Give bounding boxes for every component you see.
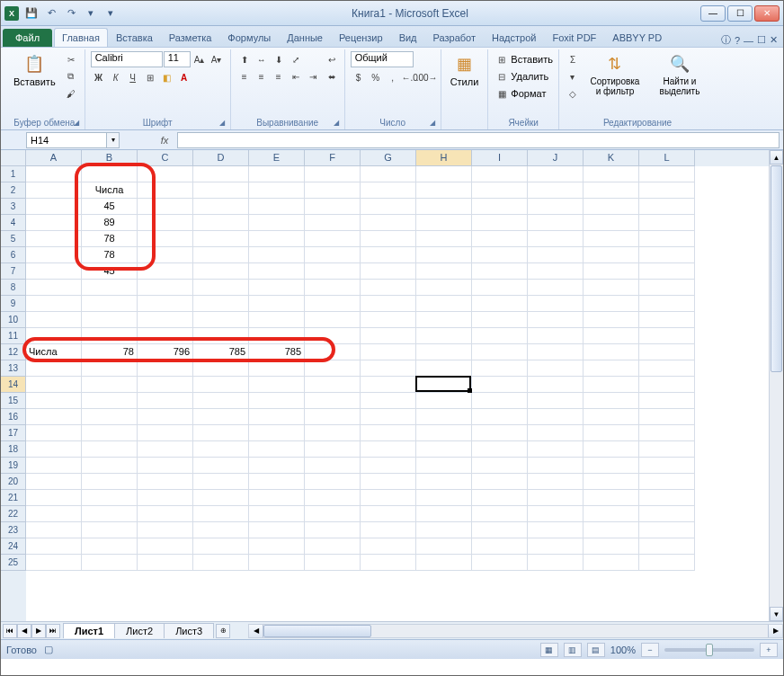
italic-button[interactable]: К xyxy=(108,69,124,85)
tab-рецензир[interactable]: Рецензир xyxy=(331,28,391,47)
cell-I25[interactable] xyxy=(472,555,528,571)
cell-I10[interactable] xyxy=(472,312,528,328)
row-header-5[interactable]: 5 xyxy=(1,231,26,247)
sheet-last-button[interactable]: ⏭ xyxy=(46,624,60,638)
cell-L20[interactable] xyxy=(639,474,695,490)
cell-D2[interactable] xyxy=(193,182,249,199)
cell-A12[interactable]: Числа xyxy=(26,344,82,360)
cell-E2[interactable] xyxy=(249,182,305,199)
cell-J1[interactable] xyxy=(528,166,584,182)
col-header-L[interactable]: L xyxy=(639,150,695,166)
sheet-tab-3[interactable]: Лист3 xyxy=(164,623,214,638)
cell-H12[interactable] xyxy=(416,344,472,360)
cell-I24[interactable] xyxy=(472,538,528,555)
row-header-6[interactable]: 6 xyxy=(1,247,26,263)
cell-K22[interactable] xyxy=(584,506,639,522)
cell-G20[interactable] xyxy=(361,474,416,490)
insert-function-button[interactable]: fx xyxy=(156,135,174,146)
cell-I21[interactable] xyxy=(472,490,528,506)
merge-button[interactable]: ⬌ xyxy=(325,68,339,84)
macro-record-icon[interactable]: ▢ xyxy=(44,644,53,655)
cell-B2[interactable]: Числа xyxy=(82,182,138,199)
cell-L17[interactable] xyxy=(639,425,695,441)
cell-C12[interactable]: 796 xyxy=(138,344,193,360)
scroll-left-button[interactable]: ◀ xyxy=(249,625,263,637)
align-center-button[interactable]: ≡ xyxy=(254,68,270,84)
cell-C14[interactable] xyxy=(138,377,193,393)
cell-D8[interactable] xyxy=(193,280,249,296)
cell-A4[interactable] xyxy=(26,215,82,231)
row-header-8[interactable]: 8 xyxy=(1,280,26,296)
wrap-text-button[interactable]: ↩ xyxy=(325,51,339,67)
increase-indent-button[interactable]: ⇥ xyxy=(305,68,321,84)
cell-L15[interactable] xyxy=(639,393,695,409)
cell-G6[interactable] xyxy=(361,247,416,263)
cell-H18[interactable] xyxy=(416,441,472,458)
cell-F1[interactable] xyxy=(305,166,361,182)
cell-A13[interactable] xyxy=(26,360,82,377)
cell-A9[interactable] xyxy=(26,296,82,312)
cell-I11[interactable] xyxy=(472,328,528,344)
cell-J8[interactable] xyxy=(528,280,584,296)
number-format-select[interactable]: Общий xyxy=(351,51,414,67)
cell-K5[interactable] xyxy=(584,231,639,247)
tab-abbyy pd[interactable]: ABBYY PD xyxy=(604,28,670,47)
cell-L19[interactable] xyxy=(639,458,695,474)
cell-L18[interactable] xyxy=(639,441,695,458)
cell-C2[interactable] xyxy=(138,182,193,199)
cell-L25[interactable] xyxy=(639,555,695,571)
cell-J11[interactable] xyxy=(528,328,584,344)
delete-cells-button[interactable]: ⊟Удалить xyxy=(494,68,548,84)
tab-разметка[interactable]: Разметка xyxy=(161,28,220,47)
cell-K20[interactable] xyxy=(584,474,639,490)
cell-K17[interactable] xyxy=(584,425,639,441)
font-name-select[interactable]: Calibri xyxy=(91,51,163,67)
cell-D1[interactable] xyxy=(193,166,249,182)
cell-B6[interactable]: 78 xyxy=(82,247,138,263)
view-pagebreak-button[interactable]: ▤ xyxy=(587,643,605,657)
cut-button[interactable]: ✂ xyxy=(63,51,79,67)
cell-G22[interactable] xyxy=(361,506,416,522)
cell-B25[interactable] xyxy=(82,555,138,571)
cell-C24[interactable] xyxy=(138,538,193,555)
comma-button[interactable]: , xyxy=(385,69,401,85)
zoom-level[interactable]: 100% xyxy=(610,645,636,655)
cell-A7[interactable] xyxy=(26,263,82,280)
cell-H15[interactable] xyxy=(416,393,472,409)
row-header-15[interactable]: 15 xyxy=(1,393,26,409)
cell-H22[interactable] xyxy=(416,506,472,522)
col-header-G[interactable]: G xyxy=(361,150,416,166)
cell-L13[interactable] xyxy=(639,360,695,377)
cell-C25[interactable] xyxy=(138,555,193,571)
scroll-right-button[interactable]: ▶ xyxy=(768,625,782,637)
cell-L12[interactable] xyxy=(639,344,695,360)
cell-J17[interactable] xyxy=(528,425,584,441)
name-box[interactable]: H14 xyxy=(26,132,107,148)
cell-H7[interactable] xyxy=(416,263,472,280)
cell-G13[interactable] xyxy=(361,360,416,377)
font-color-button[interactable]: A xyxy=(176,69,192,85)
cell-E18[interactable] xyxy=(249,441,305,458)
tab-данные[interactable]: Данные xyxy=(279,28,331,47)
cell-E9[interactable] xyxy=(249,296,305,312)
cell-C6[interactable] xyxy=(138,247,193,263)
cell-C9[interactable] xyxy=(138,296,193,312)
cell-B15[interactable] xyxy=(82,393,138,409)
cell-B16[interactable] xyxy=(82,409,138,425)
cell-K25[interactable] xyxy=(584,555,639,571)
cell-F11[interactable] xyxy=(305,328,361,344)
cell-B11[interactable] xyxy=(82,328,138,344)
qat-customize-2[interactable]: ▾ xyxy=(102,4,120,22)
cell-B22[interactable] xyxy=(82,506,138,522)
scroll-down-button[interactable]: ▼ xyxy=(770,607,783,621)
cell-A5[interactable] xyxy=(26,231,82,247)
cell-J15[interactable] xyxy=(528,393,584,409)
cell-C7[interactable] xyxy=(138,263,193,280)
cell-H24[interactable] xyxy=(416,538,472,555)
cell-G16[interactable] xyxy=(361,409,416,425)
minimize-button[interactable]: — xyxy=(700,5,726,22)
tab-разработ[interactable]: Разработ xyxy=(425,28,484,47)
zoom-slider[interactable] xyxy=(664,648,754,652)
bold-button[interactable]: Ж xyxy=(91,69,107,85)
cell-A10[interactable] xyxy=(26,312,82,328)
